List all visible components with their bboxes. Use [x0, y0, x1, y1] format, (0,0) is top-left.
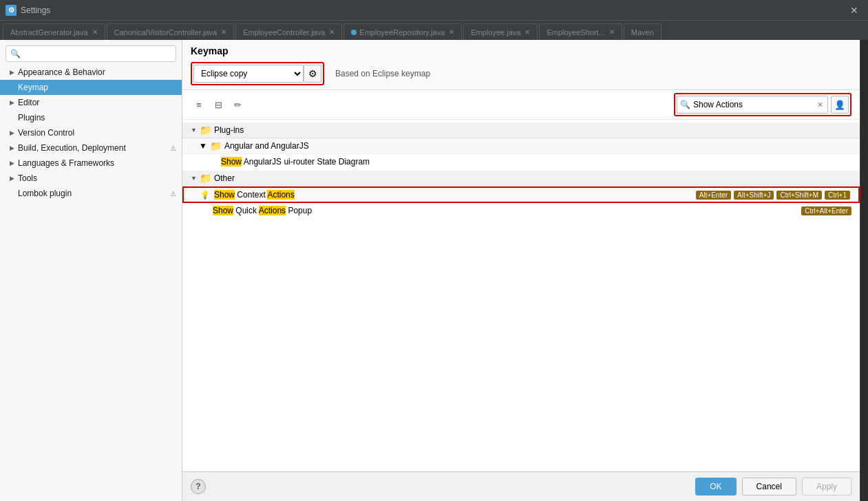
expand-arrow-icon: ▶ [8, 129, 15, 136]
tab-close-icon[interactable]: ✕ [525, 28, 530, 36]
highlight-text: Show [214, 190, 235, 200]
sidebar-item-lombok[interactable]: ▶ Lombok plugin ⚠ [0, 186, 182, 201]
right-panel-partial [860, 40, 868, 501]
sidebar: ▶ Appearance & Behavior Keymap ▶ Editor [0, 40, 182, 501]
highlight-text: Actions [259, 206, 286, 215]
tree-group-plugins[interactable]: ▼ 📁 Plug-ins [182, 122, 860, 138]
sidebar-item-label: Editor [18, 98, 176, 107]
sidebar-item-label: Version Control [18, 128, 176, 138]
expand-all-button[interactable]: ≡ [191, 97, 207, 112]
dialog-inner: ▶ Appearance & Behavior Keymap ▶ Editor [0, 40, 868, 501]
apply-button[interactable]: Apply [802, 478, 851, 495]
ok-button[interactable]: OK [695, 478, 736, 495]
keymap-settings-button[interactable]: ⚙ [304, 65, 321, 83]
keymap-selector-row: Eclipse copy Default Eclipse NetBeans 6.… [191, 62, 851, 85]
sidebar-item-build[interactable]: ▶ Build, Execution, Deployment ⚠ [0, 140, 182, 156]
keymap-based-on-label: Based on Eclipse keymap [335, 69, 430, 78]
shortcut-badge: Alt+Enter [696, 191, 731, 200]
shortcut-badge: Ctrl+1 [825, 191, 850, 200]
footer-right: OK Cancel Apply [695, 478, 851, 495]
tab-maven[interactable]: Maven [624, 23, 661, 40]
tab-employee-repo[interactable]: EmployeeRepository.java ✕ [343, 23, 462, 40]
keymap-dropdown[interactable]: Eclipse copy Default Eclipse NetBeans 6.… [193, 65, 304, 83]
keymap-search-input[interactable] [692, 100, 816, 109]
dialog-body: ▶ Appearance & Behavior Keymap ▶ Editor [0, 40, 868, 501]
expand-arrow-icon: ▶ [8, 99, 15, 106]
sidebar-item-keymap[interactable]: Keymap [0, 80, 182, 95]
sidebar-item-label: Tools [18, 173, 176, 183]
sidebar-item-label: Languages & Frameworks [18, 158, 176, 168]
search-box-container: 🔍 ✕ 👤 [674, 93, 851, 116]
sidebar-item-label: Plugins [18, 113, 176, 122]
tab-close-icon[interactable]: ✕ [92, 28, 98, 36]
warning-icon: ⚠ [170, 190, 176, 198]
sidebar-item-plugins[interactable]: ▶ Plugins [0, 110, 182, 125]
folder-icon: 📁 [200, 125, 211, 136]
tree-group-other[interactable]: ▼ 📁 Other [182, 171, 860, 186]
tab-canonical[interactable]: CanonicalVisitorController.java ✕ [107, 23, 235, 40]
dirty-indicator [351, 30, 357, 35]
dialog-title: Settings [21, 6, 846, 15]
search-options-button[interactable]: 👤 [831, 96, 849, 114]
tab-employee-ctrl[interactable]: EmployeeController.java ✕ [235, 23, 342, 40]
folder-icon: 📁 [210, 140, 222, 151]
tab-close-icon[interactable]: ✕ [221, 28, 226, 36]
active-indicator [179, 80, 182, 95]
sidebar-item-label: Lombok plugin [18, 189, 170, 198]
group-collapse-icon: ▼ [191, 175, 197, 182]
subgroup-label: Angular and AngularJS [224, 141, 309, 151]
highlight-text: Actions [267, 190, 294, 200]
close-button[interactable]: ✕ [846, 3, 862, 17]
shortcut-badge: Ctrl+Alt+Enter [801, 206, 851, 215]
sidebar-search-input[interactable] [6, 45, 176, 62]
tab-close-icon[interactable]: ✕ [329, 28, 335, 36]
folder-icon: 📁 [200, 173, 211, 184]
sidebar-item-languages[interactable]: ▶ Languages & Frameworks [0, 156, 182, 171]
sidebar-item-version-control[interactable]: ▶ Version Control [0, 125, 182, 140]
highlight-text: Show [213, 206, 233, 215]
edit-button[interactable]: ✏ [229, 97, 246, 112]
sidebar-item-appearance[interactable]: ▶ Appearance & Behavior [0, 65, 182, 80]
title-bar: ⚙ Settings ✕ [0, 0, 868, 21]
bulb-icon: 💡 [200, 190, 210, 200]
expand-arrow-icon: ▶ [8, 145, 15, 151]
action-icon [199, 206, 209, 215]
item-label: Show Context Actions [214, 190, 696, 200]
collapse-all-button[interactable]: ⊟ [210, 97, 226, 112]
sidebar-item-tools[interactable]: ▶ Tools [0, 171, 182, 186]
search-input-wrapper: 🔍 ✕ [677, 96, 828, 114]
sidebar-item-label: Keymap [18, 83, 176, 92]
keymap-selector-box: Eclipse copy Default Eclipse NetBeans 6.… [191, 62, 324, 85]
shortcut-badges: Alt+Enter Alt+Shift+J Ctrl+Shift+M Ctrl+… [696, 191, 850, 200]
tab-close-icon[interactable]: ✕ [609, 28, 615, 36]
shortcut-badge: Alt+Shift+J [734, 191, 774, 200]
dialog-footer: ? OK Cancel Apply [182, 471, 860, 501]
sidebar-item-label: Build, Execution, Deployment [18, 143, 170, 153]
group-collapse-icon: ▼ [191, 127, 197, 134]
tree-item-angular-state[interactable]: Show AngularJS ui-router State Diagram [182, 154, 860, 169]
warning-icon: ⚠ [170, 145, 176, 152]
tree-subgroup-angular[interactable]: ▼ 📁 Angular and AngularJS [182, 138, 860, 154]
clear-search-button[interactable]: ✕ [816, 100, 825, 109]
tree-item-show-quick-actions[interactable]: Show Quick Actions Popup Ctrl+Alt+Enter [182, 203, 860, 218]
shortcut-badges: Ctrl+Alt+Enter [801, 206, 851, 215]
expand-arrow-icon: ▶ [8, 175, 15, 182]
cancel-button[interactable]: Cancel [742, 478, 796, 495]
tab-employee-short[interactable]: EmployeeShort... ✕ [539, 23, 622, 40]
highlight-text: Show [221, 157, 242, 167]
shortcut-badge: Ctrl+Shift+M [776, 191, 822, 200]
settings-icon: ⚙ [6, 5, 17, 16]
item-label: Show Quick Actions Popup [213, 206, 801, 215]
tab-abstract[interactable]: AbstractGenerator.java ✕ [3, 23, 105, 40]
search-icon: 🔍 [680, 100, 690, 109]
main-content: ▶ Appearance & Behavior Keymap ▶ Editor [0, 40, 868, 501]
main-panel: Keymap Eclipse copy Default Eclipse NetB… [182, 40, 860, 501]
tab-employee[interactable]: Employee.java ✕ [463, 23, 538, 40]
subgroup-collapse-icon: ▼ [199, 141, 207, 151]
tree-item-show-context-actions[interactable]: 💡 Show Context Actions Alt+Enter Alt+Shi… [182, 186, 860, 203]
editor-tabs: AbstractGenerator.java ✕ CanonicalVisito… [0, 21, 868, 40]
group-label: Plug-ins [214, 125, 244, 135]
help-button[interactable]: ? [191, 479, 206, 494]
tab-close-icon[interactable]: ✕ [449, 28, 454, 36]
sidebar-item-editor[interactable]: ▶ Editor [0, 95, 182, 110]
